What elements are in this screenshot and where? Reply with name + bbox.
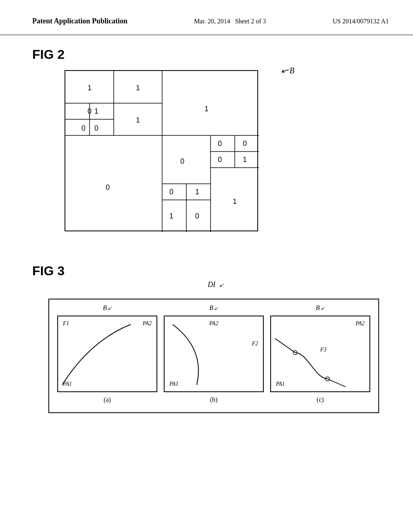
svg-text:1: 1 bbox=[195, 188, 199, 196]
svg-text:0: 0 bbox=[169, 188, 173, 196]
header-right-text: US 2014/0079132 A1 bbox=[332, 16, 389, 27]
panel-c-curve bbox=[271, 316, 369, 391]
svg-text:0: 0 bbox=[218, 156, 222, 164]
date-sheet-label: Mar. 20, 2014 Sheet 2 of 3 bbox=[194, 18, 266, 25]
panel-a-caption: (a) bbox=[104, 396, 111, 403]
fig2-grid: 1 1 0 1 0 1 bbox=[65, 70, 258, 231]
svg-text:0: 0 bbox=[81, 124, 86, 132]
panel-b-box: PA2 F2 PA1 bbox=[164, 316, 264, 392]
svg-text:1: 1 bbox=[94, 107, 98, 115]
svg-text:1: 1 bbox=[136, 116, 140, 124]
svg-text:1: 1 bbox=[136, 84, 140, 92]
svg-text:0: 0 bbox=[180, 157, 184, 165]
patent-number-label: US 2014/0079132 A1 bbox=[332, 18, 389, 25]
fig2-container: B ↗ 1 bbox=[65, 70, 274, 231]
panel-a-curve bbox=[58, 316, 156, 391]
fig2-label: FIG 2 bbox=[32, 47, 389, 62]
svg-text:0: 0 bbox=[243, 139, 247, 148]
panel-c-box: PA2 F3 PA1 bbox=[270, 316, 370, 392]
svg-text:0: 0 bbox=[195, 212, 199, 220]
fig2-b-label: B ↗ bbox=[290, 66, 294, 75]
svg-text:1: 1 bbox=[88, 84, 92, 92]
svg-text:1: 1 bbox=[233, 197, 237, 206]
svg-text:1: 1 bbox=[169, 212, 173, 220]
fig3-panel-c: B↙ PA2 F3 PA1 bbox=[270, 316, 370, 392]
panel-b-curve bbox=[165, 316, 263, 391]
fig3-section: FIG 3 DI ↙ B↙ F1 PA2 bbox=[32, 264, 389, 413]
panel-c-caption: (c) bbox=[317, 396, 324, 403]
page-header: Patent Application Publication Mar. 20, … bbox=[0, 0, 413, 35]
fig3-panel-b: B↙ PA2 F2 PA1 (b) bbox=[164, 316, 264, 392]
svg-text:0: 0 bbox=[94, 124, 98, 132]
fig2-section: FIG 2 B ↗ bbox=[32, 47, 389, 231]
header-center-text: Mar. 20, 2014 Sheet 2 of 3 bbox=[194, 16, 266, 27]
fig3-label: FIG 3 bbox=[32, 264, 389, 278]
publication-label: Patent Application Publication bbox=[32, 17, 127, 25]
fig2-svg: 1 1 0 1 0 1 bbox=[65, 71, 259, 232]
panel-a-b-label: B↙ bbox=[103, 304, 112, 312]
svg-text:0: 0 bbox=[106, 183, 110, 191]
fig3-panel-a: B↙ F1 PA2 PA1 (a) bbox=[57, 316, 157, 392]
fig3-di-label: DI ↙ bbox=[208, 281, 224, 289]
figures-area: FIG 2 B ↗ bbox=[0, 35, 413, 421]
svg-text:1: 1 bbox=[243, 156, 247, 164]
header-left-text: Patent Application Publication bbox=[32, 16, 127, 26]
panel-a-box: F1 PA2 PA1 bbox=[57, 316, 157, 392]
panel-b-caption: (b) bbox=[210, 396, 218, 403]
fig3-outer-box: B↙ F1 PA2 PA1 (a) bbox=[48, 299, 379, 413]
panel-c-b-label: B↙ bbox=[316, 304, 325, 312]
svg-text:1: 1 bbox=[204, 105, 209, 113]
svg-text:0: 0 bbox=[218, 139, 222, 148]
fig3-wrapper: DI ↙ B↙ F1 PA2 PA1 bbox=[48, 299, 379, 413]
panel-b-b-label: B↙ bbox=[209, 304, 218, 312]
